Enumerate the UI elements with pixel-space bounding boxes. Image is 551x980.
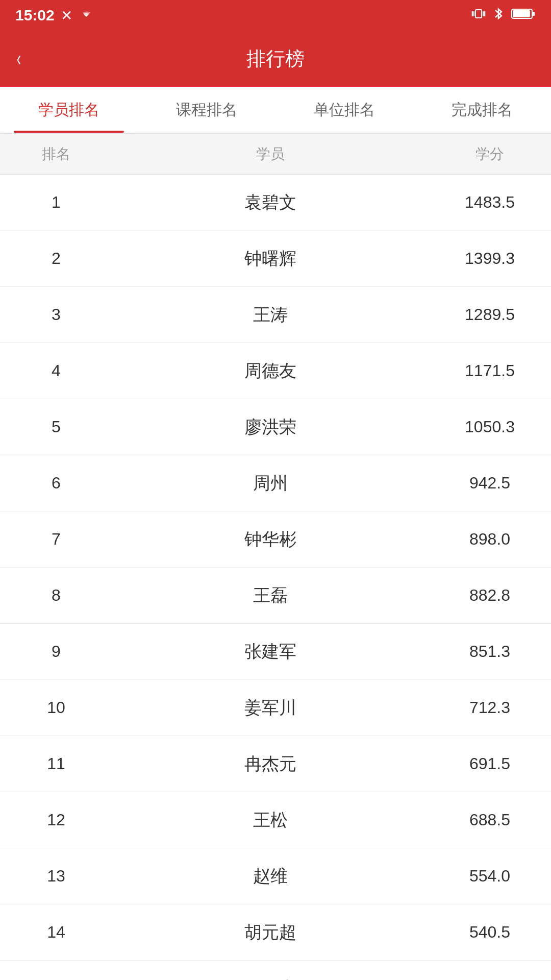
cell-student: 王磊 bbox=[112, 584, 429, 607]
cell-student: 钟华彬 bbox=[112, 528, 429, 551]
table-row[interactable]: 9 张建军 851.3 bbox=[0, 624, 551, 680]
cell-student: 钟曙辉 bbox=[112, 247, 429, 271]
cell-score: 554.0 bbox=[429, 867, 551, 886]
back-icon: ‹ bbox=[17, 48, 21, 69]
table-row[interactable]: 1 袁碧文 1483.5 bbox=[0, 175, 551, 231]
cell-score: 1399.3 bbox=[429, 249, 551, 268]
table-row[interactable]: 11 冉杰元 691.5 bbox=[0, 736, 551, 792]
cell-rank: 9 bbox=[0, 642, 112, 661]
cell-score: 540.5 bbox=[429, 923, 551, 942]
cell-student: 冉杰元 bbox=[112, 752, 429, 776]
tab-unit-rank[interactable]: 单位排名 bbox=[276, 87, 413, 133]
table-row[interactable]: 2 钟曙辉 1399.3 bbox=[0, 231, 551, 287]
cell-student: 王涛 bbox=[112, 303, 429, 327]
cell-student: 姜军川 bbox=[112, 696, 429, 720]
cell-score: 851.3 bbox=[429, 642, 551, 661]
table-row[interactable]: 6 周州 942.5 bbox=[0, 455, 551, 511]
status-time: 15:02 bbox=[15, 7, 55, 24]
cell-score: 882.8 bbox=[429, 586, 551, 605]
status-right bbox=[471, 7, 536, 24]
cell-rank: 14 bbox=[0, 923, 112, 942]
cell-score: 898.0 bbox=[429, 530, 551, 549]
header-rank: 排名 bbox=[0, 144, 112, 164]
cell-student: 周德友 bbox=[112, 359, 429, 383]
cell-rank: 13 bbox=[0, 867, 112, 886]
wifi-icon bbox=[79, 7, 94, 23]
cell-rank: 10 bbox=[0, 698, 112, 717]
leaderboard-table: 1 袁碧文 1483.5 2 钟曙辉 1399.3 3 王涛 1289.5 4 … bbox=[0, 175, 551, 980]
cell-student: 周州 bbox=[112, 472, 429, 495]
cell-score: 691.5 bbox=[429, 754, 551, 773]
tab-student-rank[interactable]: 学员排名 bbox=[0, 87, 138, 133]
bluetooth-icon bbox=[493, 7, 504, 24]
table-row[interactable]: 15 杨青贵 534.3 bbox=[0, 961, 551, 980]
cell-rank: 6 bbox=[0, 474, 112, 493]
cell-student: 张建军 bbox=[112, 640, 429, 664]
cell-rank: 12 bbox=[0, 811, 112, 829]
page-header: ‹ 排行榜 bbox=[0, 31, 551, 87]
table-row[interactable]: 10 姜军川 712.3 bbox=[0, 680, 551, 736]
cell-score: 942.5 bbox=[429, 474, 551, 493]
cell-rank: 7 bbox=[0, 530, 112, 549]
status-bar: 15:02 ✕ bbox=[0, 0, 551, 31]
table-header: 排名 学员 学分 bbox=[0, 134, 551, 175]
cell-score: 712.3 bbox=[429, 698, 551, 717]
table-row[interactable]: 12 王松 688.5 bbox=[0, 792, 551, 848]
table-row[interactable]: 8 王磊 882.8 bbox=[0, 568, 551, 624]
status-left: 15:02 ✕ bbox=[15, 7, 94, 24]
tab-course-rank[interactable]: 课程排名 bbox=[138, 87, 276, 133]
table-row[interactable]: 13 赵维 554.0 bbox=[0, 848, 551, 904]
cell-student: 赵维 bbox=[112, 865, 429, 888]
page-title: 排行榜 bbox=[246, 46, 305, 72]
table-row[interactable]: 14 胡元超 540.5 bbox=[0, 904, 551, 961]
tab-completion-rank[interactable]: 完成排名 bbox=[413, 87, 551, 133]
cell-score: 1171.5 bbox=[429, 361, 551, 380]
header-score: 学分 bbox=[429, 144, 551, 164]
cell-rank: 8 bbox=[0, 586, 112, 605]
battery-icon bbox=[511, 7, 536, 23]
cell-score: 688.5 bbox=[429, 811, 551, 829]
cell-student: 杨青贵 bbox=[112, 977, 429, 980]
cell-student: 袁碧文 bbox=[112, 191, 429, 214]
cell-rank: 2 bbox=[0, 249, 112, 268]
table-row[interactable]: 3 王涛 1289.5 bbox=[0, 287, 551, 343]
vibrate-icon bbox=[471, 7, 486, 24]
svg-rect-6 bbox=[532, 12, 535, 16]
tab-bar: 学员排名 课程排名 单位排名 完成排名 bbox=[0, 87, 551, 134]
cell-student: 王松 bbox=[112, 808, 429, 832]
back-button[interactable]: ‹ bbox=[15, 48, 22, 69]
cell-score: 1289.5 bbox=[429, 305, 551, 324]
cell-rank: 3 bbox=[0, 305, 112, 324]
cell-student: 廖洪荣 bbox=[112, 415, 429, 439]
table-row[interactable]: 7 钟华彬 898.0 bbox=[0, 511, 551, 568]
cell-score: 1483.5 bbox=[429, 193, 551, 212]
svg-rect-0 bbox=[475, 10, 482, 18]
cell-score: 1050.3 bbox=[429, 418, 551, 436]
svg-rect-7 bbox=[513, 10, 530, 17]
header-student: 学员 bbox=[112, 144, 429, 164]
signal-icon: ✕ bbox=[61, 7, 72, 24]
table-row[interactable]: 5 廖洪荣 1050.3 bbox=[0, 399, 551, 455]
cell-rank: 4 bbox=[0, 361, 112, 380]
cell-rank: 1 bbox=[0, 193, 112, 212]
table-row[interactable]: 4 周德友 1171.5 bbox=[0, 343, 551, 399]
cell-student: 胡元超 bbox=[112, 921, 429, 944]
cell-rank: 5 bbox=[0, 418, 112, 436]
cell-rank: 11 bbox=[0, 754, 112, 773]
